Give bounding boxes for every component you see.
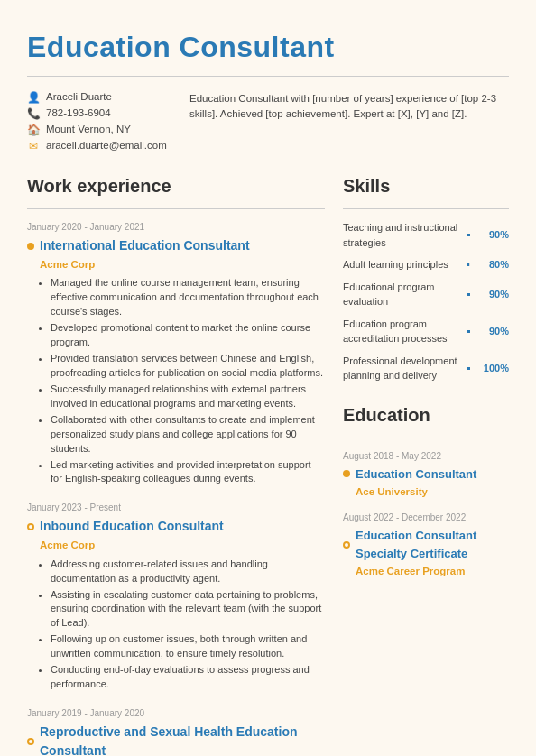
edu-institution-0: Ace University: [356, 484, 509, 500]
skill-name-4: Professional development planning and de…: [343, 354, 460, 383]
edu-item-1: August 2022 - December 2022 Education Co…: [343, 511, 509, 579]
skill-item-1: Adult learning principles 80%: [343, 257, 509, 272]
contact-name-item: 👤 Araceli Duarte: [27, 89, 171, 106]
contact-location: Mount Vernon, NY: [46, 122, 131, 137]
contact-phone-item: 📞 782-193-6904: [27, 106, 171, 122]
skill-pct-3: 90%: [477, 324, 509, 339]
bullet: Led marketing activities and provided in…: [51, 458, 325, 487]
skill-fill-2: [467, 293, 470, 296]
bullet: Successfully managed relationships with …: [51, 383, 325, 411]
skill-bar-1: [467, 263, 470, 266]
skills-section: Skills Teaching and instructional strate…: [343, 172, 509, 383]
email-icon: ✉: [27, 138, 40, 154]
work-company-2: Acme Corp: [40, 538, 325, 553]
edu-title-row-1: Education Consultant Specialty Certifica…: [343, 527, 509, 562]
phone-icon: 📞: [27, 106, 40, 122]
work-date-3: January 2019 - January 2020: [27, 706, 325, 720]
work-title-row-1: International Education Consultant: [27, 236, 325, 255]
edu-institution-1: Acme Career Program: [356, 564, 509, 579]
skill-item-2: Educational program evaluation 90%: [343, 280, 509, 309]
contact-name: Araceli Duarte: [46, 89, 112, 105]
page-title: Education Consultant: [27, 25, 509, 69]
edu-date-0: August 2018 - May 2022: [343, 449, 509, 463]
work-title-3: Reproductive and Sexual Health Education…: [40, 723, 325, 756]
edu-dot-0: [343, 470, 350, 477]
skill-item-4: Professional development planning and de…: [343, 354, 509, 383]
skill-name-1: Adult learning principles: [343, 257, 460, 272]
skill-pct-2: 90%: [477, 287, 509, 302]
contact-email: araceli.duarte@email.com: [46, 138, 167, 153]
skill-name-2: Educational program evaluation: [343, 280, 460, 309]
work-company-1: Acme Corp: [40, 257, 325, 272]
work-dot-1: [27, 243, 34, 250]
skill-name-0: Teaching and instructional strategies: [343, 220, 460, 250]
edu-date-1: August 2022 - December 2022: [343, 511, 509, 524]
skill-name-3: Education program accreditation processe…: [343, 317, 460, 346]
bullet: Assisting in escalating customer data pe…: [51, 588, 325, 632]
work-bullets-1: Managed the online course management tea…: [40, 276, 325, 486]
edu-item-0: August 2018 - May 2022 Education Consult…: [343, 449, 509, 501]
work-experience-section: Work experience January 2020 - January 2…: [27, 171, 325, 756]
bullet: Developed promotional content to market …: [51, 321, 325, 350]
skills-section-title: Skills: [343, 172, 509, 199]
work-dot-3: [27, 738, 34, 745]
contact-info: 👤 Araceli Duarte 📞 782-193-6904 🏠 Mount …: [27, 89, 171, 154]
contact-email-item: ✉ araceli.duarte@email.com: [27, 138, 171, 154]
work-item-2: January 2023 - Present Inbound Education…: [27, 501, 325, 692]
education-section: Education August 2018 - May 2022 Educati…: [343, 401, 509, 580]
contact-location-item: 🏠 Mount Vernon, NY: [27, 122, 171, 138]
contact-phone: 782-193-6904: [46, 106, 111, 121]
resume-page: Education Consultant 👤 Araceli Duarte 📞 …: [0, 0, 536, 756]
skill-fill-1: [467, 263, 469, 266]
edu-title-0: Education Consultant: [356, 466, 476, 484]
skill-pct-1: 80%: [477, 257, 509, 272]
right-column: Skills Teaching and instructional strate…: [343, 171, 509, 756]
header-summary: Education Consultant with [number of yea…: [189, 89, 509, 154]
work-dot-2: [27, 523, 34, 530]
edu-title-1: Education Consultant Specialty Certifica…: [356, 527, 509, 562]
work-title-row-3: Reproductive and Sexual Health Education…: [27, 723, 325, 756]
work-title-2: Inbound Education Consultant: [40, 517, 224, 536]
main-layout: Work experience January 2020 - January 2…: [27, 171, 509, 756]
work-date-1: January 2020 - January 2021: [27, 220, 325, 234]
edu-dot-1: [343, 541, 350, 549]
bullet: Following up on customer issues, both th…: [51, 632, 325, 661]
work-bullets-2: Addressing customer-related issues and h…: [40, 558, 325, 692]
person-icon: 👤: [27, 89, 40, 106]
header-section: 👤 Araceli Duarte 📞 782-193-6904 🏠 Mount …: [27, 89, 509, 154]
skill-item-3: Education program accreditation processe…: [343, 317, 509, 346]
edu-title-row-0: Education Consultant: [343, 466, 509, 484]
skill-fill-3: [467, 330, 470, 333]
bullet: Provided translation services between Ch…: [51, 352, 325, 381]
skill-bar-3: [467, 330, 470, 333]
work-item-3: January 2019 - January 2020 Reproductive…: [27, 706, 325, 756]
work-item-1: January 2020 - January 2021 Internationa…: [27, 220, 325, 486]
bullet: Collaborated with other consultants to c…: [51, 413, 325, 456]
work-title-1: International Education Consultant: [40, 236, 250, 255]
skills-divider: [343, 208, 509, 209]
skill-item-0: Teaching and instructional strategies 90…: [343, 220, 509, 250]
skill-pct-0: 90%: [477, 227, 509, 243]
skill-fill-0: [467, 234, 470, 236]
title-divider: [27, 76, 509, 77]
skill-bar-2: [467, 293, 470, 296]
education-divider: [343, 438, 509, 438]
skill-bar-0: [467, 234, 470, 236]
skill-bar-4: [467, 367, 470, 370]
bullet: Addressing customer-related issues and h…: [51, 558, 325, 586]
work-date-2: January 2023 - Present: [27, 501, 325, 514]
bullet: Managed the online course management tea…: [51, 276, 325, 319]
work-divider: [27, 208, 325, 209]
work-section-title: Work experience: [27, 172, 325, 199]
location-icon: 🏠: [27, 122, 40, 138]
skill-fill-4: [467, 367, 470, 370]
skill-pct-4: 100%: [477, 361, 509, 376]
education-section-title: Education: [343, 401, 509, 429]
work-title-row-2: Inbound Education Consultant: [27, 517, 325, 536]
bullet: Conducting end-of-day evaluations to ass…: [51, 663, 325, 692]
